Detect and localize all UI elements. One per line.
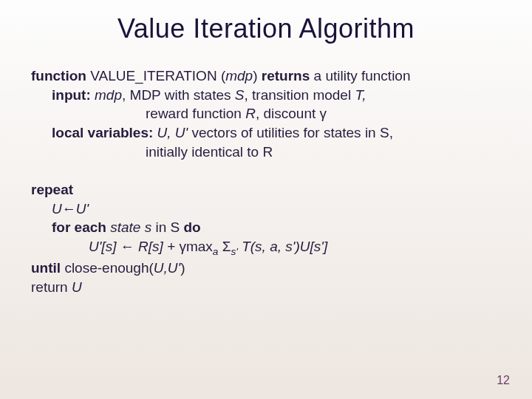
sym-T: T, bbox=[355, 87, 366, 103]
page-number: 12 bbox=[497, 374, 510, 387]
input-tail1: , MDP with states bbox=[122, 87, 235, 103]
kw-repeat: repeat bbox=[31, 182, 73, 197]
kw-function: function bbox=[31, 68, 86, 83]
sym-S: S bbox=[235, 87, 245, 103]
update-arrow: ← bbox=[120, 239, 138, 254]
state-s: state s bbox=[110, 219, 151, 235]
line-until: until close-enough(U,U') bbox=[31, 259, 501, 278]
fn-name: VALUE_ITERATION ( bbox=[90, 68, 225, 83]
kw-returns: returns bbox=[258, 68, 314, 83]
sym-R: R bbox=[245, 106, 256, 121]
reward-b: , discount bbox=[256, 106, 320, 121]
until-close: ) bbox=[180, 260, 185, 276]
return-kw: return bbox=[31, 279, 72, 295]
line-local2: initially identical to R bbox=[31, 143, 501, 162]
input-arg: mdp bbox=[91, 87, 122, 103]
kw-input: input: bbox=[52, 87, 91, 103]
line-assign: U←U' bbox=[31, 200, 501, 219]
update-rhs1: R[s] + bbox=[138, 239, 179, 254]
kw-do: do bbox=[184, 219, 201, 235]
kw-until: until bbox=[31, 260, 61, 276]
algorithm-block: function VALUE_ITERATION (mdp) returns a… bbox=[0, 52, 532, 297]
return-val: U bbox=[72, 279, 82, 295]
update-T: T(s, a, s')U[s'] bbox=[238, 239, 327, 254]
foreach-tail: in S bbox=[151, 219, 183, 235]
line-return: return U bbox=[31, 278, 501, 297]
sym-UU: U, U' bbox=[153, 125, 188, 140]
local-tail1: vectors of utilities for states in S, bbox=[188, 125, 393, 140]
update-max: max bbox=[186, 239, 213, 254]
assign-Up: U' bbox=[76, 201, 89, 216]
kw-local: local variables: bbox=[52, 125, 153, 140]
line-reward: reward function R, discount γ bbox=[31, 104, 501, 123]
update-lhs: U'[s] bbox=[89, 239, 120, 254]
line-local: local variables: U, U' vectors of utilit… bbox=[31, 123, 501, 143]
kw-foreach: for each bbox=[52, 219, 110, 235]
line-repeat: repeat bbox=[31, 180, 501, 200]
until-args: U,U' bbox=[154, 260, 180, 276]
update-sigma: Σ bbox=[218, 239, 231, 254]
slide-title: Value Iteration Algorithm bbox=[0, 0, 532, 52]
update-gamma: γ bbox=[179, 239, 186, 254]
until-cond: close-enough( bbox=[61, 260, 154, 276]
line-update: U'[s] ← R[s] + γmaxa Σs' T(s, a, s')U[s'… bbox=[31, 237, 501, 259]
block-loop: repeat U←U' for each state s in S do U'[… bbox=[31, 180, 501, 296]
assign-U: U bbox=[52, 201, 62, 216]
fn-arg: mdp bbox=[225, 68, 253, 83]
sym-gamma: γ bbox=[320, 106, 327, 121]
line-input: input: mdp, MDP with states S, transitio… bbox=[31, 86, 501, 105]
local-tail2: initially identical to R bbox=[146, 144, 273, 160]
assign-arrow: ← bbox=[62, 201, 76, 216]
returns-desc: a utility function bbox=[314, 68, 411, 83]
line-foreach: for each state s in S do bbox=[31, 218, 501, 237]
line-signature: function VALUE_ITERATION (mdp) returns a… bbox=[31, 66, 501, 86]
reward-a: reward function bbox=[146, 106, 245, 121]
sub-sprime: s' bbox=[231, 246, 237, 257]
input-tail2: , transition model bbox=[244, 87, 355, 103]
